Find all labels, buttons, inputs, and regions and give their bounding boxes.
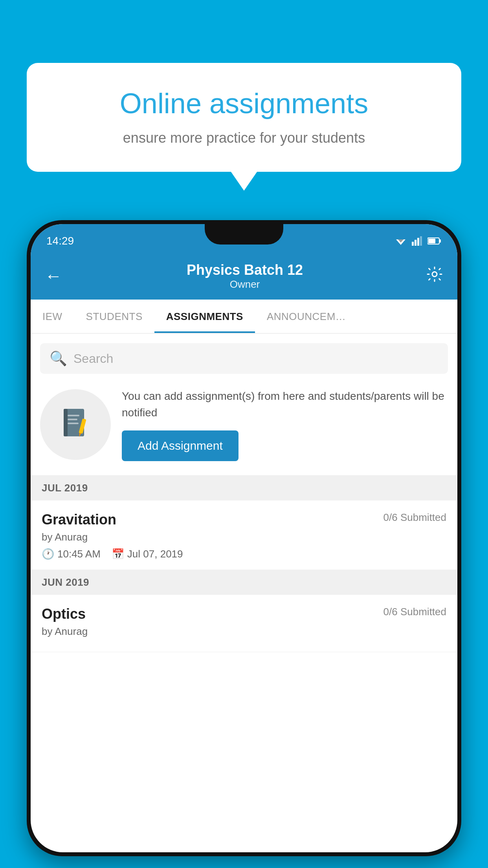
header-title: Physics Batch 12 (70, 262, 420, 278)
assignment-row-top: Gravitation 0/6 Submitted (42, 511, 446, 528)
tab-iew[interactable]: IEW (31, 300, 74, 333)
svg-rect-12 (64, 409, 68, 436)
content-area: 🔍 Search (31, 334, 457, 652)
header-subtitle: Owner (70, 278, 420, 291)
search-placeholder: Search (73, 351, 113, 366)
settings-button[interactable] (426, 266, 443, 287)
assignment-item-gravitation[interactable]: Gravitation 0/6 Submitted by Anurag 🕐 10… (31, 500, 457, 570)
back-button[interactable]: ← (45, 266, 62, 286)
assignment-submitted-optics: 0/6 Submitted (383, 606, 446, 618)
assignment-row-top-optics: Optics 0/6 Submitted (42, 606, 446, 622)
svg-rect-13 (68, 415, 79, 416)
svg-point-9 (432, 272, 437, 277)
svg-rect-5 (420, 236, 422, 246)
assignment-by-optics: by Anurag (42, 625, 446, 638)
clock-icon: 🕐 (42, 548, 54, 560)
svg-rect-14 (68, 419, 77, 420)
promo-subtitle: ensure more practice for your students (54, 130, 434, 146)
tabs-bar: IEW STUDENTS ASSIGNMENTS ANNOUNCEM… (31, 300, 457, 334)
svg-rect-15 (68, 423, 79, 424)
promo-icon-circle (40, 389, 111, 460)
svg-rect-8 (428, 239, 435, 243)
assignment-meta: 🕐 10:45 AM 📅 Jul 07, 2019 (42, 548, 446, 560)
promo-text-block: You can add assignment(s) from here and … (122, 388, 448, 461)
app-header: ← Physics Batch 12 Owner (31, 252, 457, 300)
assignment-submitted: 0/6 Submitted (383, 511, 446, 524)
notebook-icon (58, 407, 93, 442)
promo-title: Online assignments (54, 86, 434, 120)
assignment-date: 📅 Jul 07, 2019 (112, 548, 183, 560)
search-bar[interactable]: 🔍 Search (40, 343, 448, 374)
section-header-jul2019: JUL 2019 (31, 476, 457, 500)
svg-rect-4 (417, 238, 419, 246)
wifi-icon (394, 236, 407, 246)
add-assignment-button[interactable]: Add Assignment (122, 430, 238, 461)
promo-description: You can add assignment(s) from here and … (122, 388, 448, 421)
header-title-block: Physics Batch 12 Owner (70, 262, 420, 291)
svg-rect-2 (412, 242, 414, 246)
tab-announcements[interactable]: ANNOUNCEM… (255, 300, 358, 333)
status-time: 14:29 (46, 235, 74, 247)
phone-notch (205, 224, 283, 245)
assignment-title: Gravitation (42, 511, 116, 528)
gear-icon (426, 266, 443, 283)
svg-rect-7 (439, 239, 441, 243)
assignment-title-optics: Optics (42, 606, 86, 622)
search-icon: 🔍 (50, 350, 67, 367)
section-header-jun2019: JUN 2019 (31, 570, 457, 595)
battery-icon (427, 237, 442, 245)
svg-rect-3 (415, 240, 416, 246)
assignment-by: by Anurag (42, 531, 446, 543)
tab-assignments[interactable]: ASSIGNMENTS (154, 300, 255, 333)
assignment-promo-block: You can add assignment(s) from here and … (31, 374, 457, 476)
signal-icon (412, 236, 423, 246)
assignment-item-optics[interactable]: Optics 0/6 Submitted by Anurag (31, 595, 457, 652)
promo-bubble: Online assignments ensure more practice … (27, 63, 461, 172)
calendar-icon: 📅 (112, 548, 124, 560)
tab-students[interactable]: STUDENTS (74, 300, 154, 333)
assignment-time: 🕐 10:45 AM (42, 548, 101, 560)
phone-frame: 14:29 (27, 220, 461, 856)
status-icons (394, 236, 442, 246)
phone-inner: 14:29 (31, 224, 457, 852)
